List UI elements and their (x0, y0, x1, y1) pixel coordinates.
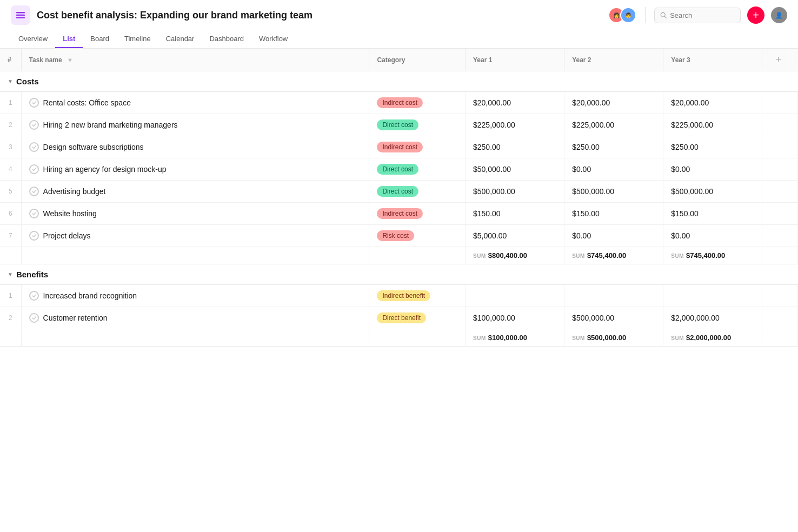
sum-label-y3: SUM (671, 335, 684, 341)
task-name: Hiring 2 new brand marketing managers (43, 121, 178, 129)
category-badge: Direct benefit (377, 312, 426, 323)
year1-cell: $250.00 (465, 136, 564, 158)
year1-cell: $20,000.00 (465, 92, 564, 114)
check-icon[interactable] (29, 164, 39, 174)
year2-cell: $250.00 (564, 136, 663, 158)
task-cell: Rental costs: Office space (21, 92, 369, 114)
year3-cell: $250.00 (663, 136, 762, 158)
header-right: 👩 👨 + 👤 (608, 6, 787, 24)
tab-overview[interactable]: Overview (11, 30, 55, 48)
row-number: 1 (0, 285, 21, 307)
year1-cell: $100,000.00 (465, 307, 564, 329)
row-number: 2 (0, 114, 21, 136)
sum-value-y1: $800,400.00 (488, 251, 527, 260)
sum-label-y3: SUM (671, 253, 684, 259)
section-title: Benefits (16, 270, 48, 279)
task-cell: Website hosting (21, 203, 369, 225)
task-cell: Design software subscriptions (21, 136, 369, 158)
check-icon[interactable] (29, 187, 39, 196)
year2-cell: $0.00 (564, 225, 663, 247)
tab-list[interactable]: List (55, 30, 83, 48)
table-row: 7 Project delays Risk cost $5,000.00 $0.… (0, 225, 798, 247)
category-badge: Direct cost (377, 164, 418, 175)
year1-cell: $225,000.00 (465, 114, 564, 136)
table-row: 5 Advertising budget Direct cost $500,00… (0, 181, 798, 203)
sum-label-y1: SUM (473, 253, 486, 259)
row-extra (762, 181, 798, 203)
task-cell: Advertising budget (21, 181, 369, 203)
year2-cell: $225,000.00 (564, 114, 663, 136)
check-icon[interactable] (29, 209, 39, 218)
task-name: Rental costs: Office space (43, 98, 131, 107)
table-row: 1 Increased brand recognition Indirect b… (0, 285, 798, 307)
search-input[interactable] (670, 11, 735, 19)
category-cell: Indirect cost (369, 203, 466, 225)
category-cell: Risk cost (369, 225, 466, 247)
col-task: Task name ▼ (21, 49, 369, 71)
sum-label-y1: SUM (473, 335, 486, 341)
table-row: 1 Rental costs: Office space Indirect co… (0, 92, 798, 114)
year2-cell: $20,000.00 (564, 92, 663, 114)
task-name: Website hosting (43, 209, 97, 218)
sum-empty2 (21, 329, 369, 347)
year2-cell: $500,000.00 (564, 181, 663, 203)
year2-cell: $150.00 (564, 203, 663, 225)
task-cell: Increased brand recognition (21, 285, 369, 307)
category-cell: Direct cost (369, 158, 466, 181)
year2-cell: $500,000.00 (564, 307, 663, 329)
row-number: 3 (0, 136, 21, 158)
sum-year2: SUM $745,400.00 (564, 247, 663, 264)
check-icon[interactable] (29, 231, 39, 241)
sum-value-y2: $500,000.00 (587, 334, 626, 342)
tab-workflow[interactable]: Workflow (251, 30, 295, 48)
task-name: Project delays (43, 231, 91, 240)
section-chevron[interactable]: ▼ (8, 78, 13, 84)
category-badge: Direct cost (377, 186, 418, 197)
year3-cell: $0.00 (663, 158, 762, 181)
sum-empty1 (0, 247, 21, 264)
sum-empty2 (21, 247, 369, 264)
sum-empty1 (0, 329, 21, 347)
check-icon[interactable] (29, 98, 39, 108)
section-title: Costs (16, 77, 39, 86)
check-icon[interactable] (29, 291, 39, 301)
check-icon[interactable] (29, 142, 39, 152)
row-extra (762, 136, 798, 158)
year3-cell: $500,000.00 (663, 181, 762, 203)
nav-tabs: Overview List Board Timeline Calendar Da… (0, 30, 798, 49)
svg-line-4 (664, 16, 666, 18)
category-badge: Indirect cost (377, 208, 423, 219)
row-number: 5 (0, 181, 21, 203)
menu-icon[interactable] (11, 5, 30, 25)
tab-timeline[interactable]: Timeline (117, 30, 158, 48)
col-category: Category (369, 49, 466, 71)
tab-calendar[interactable]: Calendar (158, 30, 202, 48)
avatars: 👩 👨 (608, 7, 636, 23)
sum-value-y2: $745,400.00 (587, 251, 626, 260)
section-chevron[interactable]: ▼ (8, 271, 13, 277)
search-bar[interactable] (654, 8, 741, 23)
table-row: 3 Design software subscriptions Indirect… (0, 136, 798, 158)
category-cell: Indirect cost (369, 92, 466, 114)
category-badge: Indirect cost (377, 142, 423, 152)
category-cell: Indirect cost (369, 136, 466, 158)
svg-rect-1 (16, 15, 25, 16)
tab-board[interactable]: Board (83, 30, 117, 48)
check-icon[interactable] (29, 313, 39, 323)
row-extra (762, 285, 798, 307)
add-column-button[interactable]: + (770, 54, 787, 65)
section-benefits: ▼ Benefits (0, 264, 798, 285)
task-cell: Hiring 2 new brand marketing managers (21, 114, 369, 136)
avatar-2: 👨 (620, 7, 636, 23)
year2-cell (564, 285, 663, 307)
check-icon[interactable] (29, 120, 39, 130)
page-title: Cost benefit analysis: Expanding our bra… (37, 10, 602, 21)
category-badge: Indirect benefit (377, 290, 430, 301)
tab-dashboard[interactable]: Dashboard (202, 30, 251, 48)
year1-cell: $50,000.00 (465, 158, 564, 181)
year3-cell: $2,000,000.00 (663, 307, 762, 329)
sum-extra (762, 329, 798, 347)
category-cell: Indirect benefit (369, 285, 466, 307)
add-button[interactable]: + (747, 6, 764, 24)
task-name: Advertising budget (43, 187, 106, 196)
